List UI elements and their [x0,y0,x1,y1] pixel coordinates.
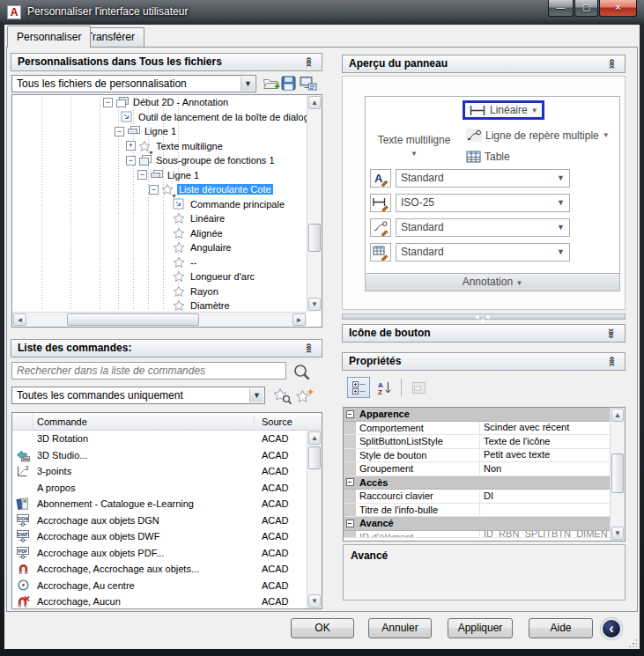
property-value[interactable]: Petit avec texte [480,448,610,461]
tree-item[interactable]: Linéaire [12,211,322,226]
properties-panel-header[interactable]: Propriétés »» [342,352,625,371]
apply-button[interactable]: Appliquer [448,618,513,638]
customizations-tree[interactable]: −Début 2D - AnnotationOutil de lancement… [11,94,322,328]
command-row[interactable]: 33-pointsACAD [12,463,322,480]
categorized-view-button[interactable] [347,377,370,398]
maximize-button[interactable]: ▢ [574,0,598,17]
tree-item[interactable]: Outil de lancement de la boîte de dialog… [12,110,322,125]
pane-splitter[interactable]: ● ● ● [342,313,625,320]
icon-column-header[interactable] [12,413,33,430]
command-row[interactable]: DWFAccrochage aux objets DWFACAD [12,528,322,545]
text-style-icon[interactable]: A [370,169,391,188]
style-dropdown[interactable]: Standard▼ [396,218,570,237]
property-value[interactable]: DI [480,490,610,503]
customizations-panel-header[interactable]: Personnalisations dans Tous les fichiers… [11,53,322,71]
find-command-icon[interactable] [273,387,291,404]
tree-expander[interactable]: + [126,141,136,151]
scroll-right-icon[interactable]: ► [292,313,306,326]
linear-button-highlighted[interactable]: Linéaire ▼ [463,100,544,120]
properties-vscroll-thumb[interactable] [611,453,624,493]
property-value[interactable]: Non [480,462,610,475]
style-dropdown[interactable]: ISO-25▼ [396,194,570,212]
table-button[interactable]: Table [466,151,510,163]
property-category-row[interactable]: −Accès [344,476,610,490]
property-value[interactable]: ID_RBN_SPLITBTN_DIMEN [480,531,610,538]
command-vscrollbar[interactable]: ▲ ▼ [307,431,322,608]
tree-expander[interactable]: − [149,185,159,195]
collapse-chevron-icon[interactable]: »» [608,355,620,369]
tree-item[interactable]: -- [12,255,322,270]
tree-item[interactable]: −Début 2D - Annotation [12,95,322,110]
collapse-chevron-icon[interactable]: »» [305,55,317,70]
command-row[interactable]: 3D RotationACAD [12,431,322,447]
scroll-left-icon[interactable]: ◄ [13,313,26,326]
command-row[interactable]: DGNAccrochage aux objets DGNACAD [12,512,322,529]
scroll-down-icon[interactable]: ▼ [611,527,624,540]
tree-item[interactable]: Longueur d'arc [12,269,322,284]
mleader-button[interactable]: Ligne de repère multiple ▼ [466,129,610,142]
command-vscroll-thumb[interactable] [308,446,321,469]
save-icon[interactable] [281,76,299,92]
tree-item[interactable]: +▼Texte multiligne [12,139,322,154]
scroll-up-icon[interactable]: ▲ [308,96,321,109]
expand-chevron-icon[interactable]: »» [608,327,620,341]
mtext-button[interactable]: Texte multiligne ▼ [370,134,458,158]
collapse-box-icon[interactable]: − [346,520,354,527]
command-row[interactable]: Accrochage, AucunACAD [12,593,322,609]
command-row[interactable]: Accrochage, Au centreACAD [12,578,322,594]
style-dropdown[interactable]: Standard▼ [396,169,570,188]
scroll-up-icon[interactable]: ▲ [611,409,624,422]
scroll-down-icon[interactable]: ▼ [308,298,321,311]
property-category-row[interactable]: −Apparence [344,408,610,422]
property-value[interactable]: Scinder avec récent [480,421,610,434]
close-button[interactable]: ✕ [599,0,637,17]
tree-expander[interactable]: − [137,170,147,180]
property-category-row[interactable]: −Avancé [344,517,610,531]
tree-item[interactable]: Commande principale [12,197,322,212]
scroll-down-icon[interactable]: ▼ [308,594,321,608]
property-row[interactable]: ComportementScinder avec récent [344,422,610,436]
command-row[interactable]: 3ds3D Studio...ACAD [12,447,322,464]
display-filter-icon[interactable] [300,76,317,92]
leader-style-icon[interactable] [370,218,391,237]
resize-grip[interactable] [628,638,637,647]
collapse-chevron-icon[interactable]: »» [305,342,317,356]
command-row[interactable]: PDFAccrochage aux objets PDF...ACAD [12,545,322,562]
tree-expander[interactable]: − [126,156,136,166]
collapse-box-icon[interactable]: − [346,478,354,486]
collapse-dialog-button[interactable]: ‹ [601,618,622,639]
tree-item[interactable]: Alignée [12,226,322,241]
source-column-header[interactable]: Source [255,416,322,427]
ok-button[interactable]: OK [291,618,354,638]
property-value[interactable]: Texte de l'icône [480,435,610,448]
scroll-up-icon[interactable]: ▲ [308,431,321,445]
table-style-icon[interactable] [370,243,391,262]
tree-item[interactable]: −▼Liste déroulante Cote [12,182,322,197]
property-row[interactable]: Style de boutonPetit avec texte [344,449,610,463]
tree-item[interactable]: Angulaire [12,240,322,255]
tree-item[interactable]: −Sous-groupe de fonctions 1 [12,153,322,168]
property-row[interactable]: Raccourci clavierDI [344,490,610,504]
collapse-chevron-icon[interactable]: »» [608,57,620,71]
cancel-button[interactable]: Annuler [368,618,432,638]
tree-expander[interactable]: − [115,127,124,136]
tree-item[interactable]: −Ligne 1 [12,168,322,183]
minimize-button[interactable]: — [548,0,574,17]
load-partial-cui-icon[interactable] [263,76,280,92]
search-icon[interactable] [292,363,310,380]
command-table[interactable]: Commande Source 3D RotationACAD3ds3D Stu… [11,412,322,609]
dim-style-icon[interactable] [370,194,391,212]
property-row[interactable]: GroupementNon [344,462,610,476]
command-column-header[interactable]: Commande [33,416,255,427]
command-list-panel-header[interactable]: Liste des commandes: »» [11,339,322,357]
tree-vscrollbar[interactable]: ▲ ▼ [307,95,322,312]
command-filter-dropdown[interactable]: Toutes les commandes uniquement ▼ [11,387,265,404]
alphabetical-sort-button[interactable]: AZ [373,377,396,398]
style-dropdown[interactable]: Standard▼ [396,243,570,262]
tree-item[interactable]: −Ligne 1 [12,124,322,139]
command-row[interactable]: Accrochage, Accrochage aux objets...ACAD [12,561,322,578]
new-command-icon[interactable] [296,387,314,404]
command-search-input[interactable] [11,362,286,380]
command-row[interactable]: A proposACAD [12,480,322,497]
tree-hscroll-thumb[interactable] [67,313,199,326]
